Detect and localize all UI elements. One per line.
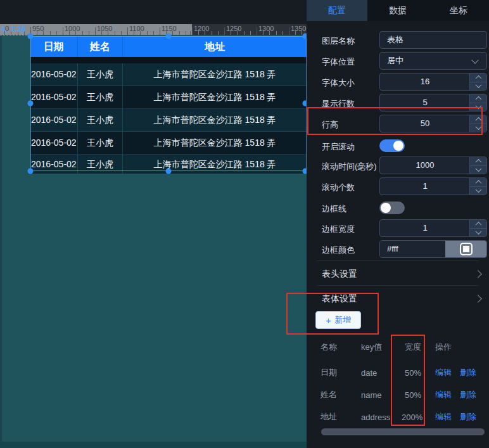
chevron-down-icon [475,124,481,130]
chevron-down-icon [475,103,481,109]
header-cell-name: 姓名 [78,36,124,57]
cell-address: 上海市普陀区金沙江路 1518 弄 [123,155,307,174]
col-header-key: key值 [361,342,402,353]
field-label-scroll-count: 滚动个数 [322,182,355,193]
panel-scrollbar-thumb[interactable] [321,428,485,435]
cell-name: 王小虎 [78,86,124,108]
table-row: 2016-05-02 王小虎 上海市普陀区金沙江路 1518 弄 [30,132,307,155]
resize-handle-s[interactable] [166,169,172,174]
field-label-scroll-time: 滚动时间(毫秒) [322,161,377,172]
enable-scroll-toggle[interactable] [379,139,405,152]
decrement-button[interactable] [470,229,486,237]
field-label-layer-name: 图层名称 [322,35,355,47]
increment-button[interactable] [470,74,486,82]
cell-address: 上海市普陀区金沙江路 1518 弄 [123,132,307,154]
col-width: 50% [402,390,421,400]
decrement-button[interactable] [470,166,486,174]
editor-toolbar [0,0,307,24]
increment-button[interactable] [470,178,486,187]
columns-table-header: 名称 key值 宽度 操作 [307,341,489,354]
plus-icon: + [326,316,331,325]
tab-config[interactable]: 配置 [307,0,367,21]
edit-link[interactable]: 编辑 [435,411,452,423]
layer-name-input[interactable]: 表格 [379,31,487,49]
row-count-value: 5 [380,94,470,111]
font-align-value: 居中 [387,53,403,69]
cell-date: 2016-05-02 [30,155,78,174]
field-label-enable-scroll: 开启滚动 [322,141,355,153]
increment-button[interactable] [470,94,486,103]
delete-link[interactable]: 删除 [460,389,476,400]
border-width-stepper[interactable]: 1 [379,219,487,237]
resize-handle-nw[interactable] [28,34,34,39]
columns-table-row: 姓名 name 50% 编辑 删除 [307,388,489,401]
chevron-down-icon [475,186,481,193]
field-label-border-color: 边框颜色 [322,245,355,256]
section-header-settings[interactable]: 表头设置 [322,269,357,280]
border-color-control[interactable]: #fff [379,240,487,258]
resize-handle-sw[interactable] [28,169,34,174]
ruler-label: 1250 [226,25,241,32]
scroll-count-value: 1 [380,178,470,195]
increment-button[interactable] [470,220,486,229]
canvas-left-shadow [0,35,2,448]
scroll-count-stepper[interactable]: 1 [379,177,487,195]
edit-link[interactable]: 编辑 [435,367,452,378]
row-count-stepper[interactable]: 5 [379,94,487,112]
scrolling-partial-row [30,57,307,63]
col-name: 姓名 [321,389,361,400]
col-name: 地址 [321,411,361,423]
ruler-label: 1300 [258,25,274,32]
decrement-button[interactable] [470,187,486,195]
col-key: name [361,390,402,400]
decrement-button[interactable] [470,103,486,112]
table-row: 2016-05-02 王小虎 上海市普陀区金沙江路 1518 弄 [30,86,307,109]
font-size-stepper[interactable]: 16 [379,73,487,91]
color-picker-button[interactable] [445,241,486,257]
row-height-stepper[interactable]: 50 [379,115,487,132]
col-header-name: 名称 [321,342,361,353]
ruler-label: 1000 [65,25,80,32]
canvas-bottom-scroll-area[interactable] [0,442,307,448]
add-column-button[interactable]: + 新增 [315,311,361,329]
toggle-knob [381,203,391,213]
section-divider [317,260,479,261]
decrement-button[interactable] [470,124,486,132]
cell-name: 王小虎 [78,109,124,131]
tab-data[interactable]: 数据 [367,0,428,21]
delete-link[interactable]: 删除 [460,367,476,378]
field-label-border-line: 边框线 [322,203,346,215]
increment-button[interactable] [470,157,486,166]
ruler-label: 950 [32,25,44,32]
resize-handle-n[interactable] [166,34,172,39]
panel-tabbar: 配置 数据 坐标 [307,0,489,21]
table-component-header: 日期 姓名 地址 [30,36,307,57]
chevron-right-icon[interactable] [474,270,482,278]
tab-coordinate[interactable]: 坐标 [428,0,489,21]
col-header-actions: 操作 [435,342,476,353]
chevron-right-icon[interactable] [474,295,482,303]
cell-date: 2016-05-02 [30,86,78,108]
chevron-up-icon [475,117,481,124]
table-component[interactable]: 日期 姓名 地址 2016-05-02 王小虎 上海市普陀区金沙江路 1518 … [30,36,307,171]
col-name: 日期 [321,367,361,378]
col-key: address [361,413,402,422]
edit-link[interactable]: 编辑 [435,389,452,400]
cell-name: 王小虎 [78,132,124,154]
section-body-settings[interactable]: 表体设置 [322,293,357,305]
resize-handle-w[interactable] [28,101,34,106]
ruler-label: 1100 [129,25,144,32]
col-width: 50% [402,368,421,378]
font-align-select[interactable]: 居中 [379,52,487,70]
chevron-up-icon [475,96,481,103]
ruler-label: 1200 [194,25,209,32]
chevron-down-icon [475,165,481,172]
decrement-button[interactable] [470,82,486,91]
cell-name: 王小虎 [78,155,124,174]
field-label-border-width: 边框宽度 [322,224,355,235]
border-line-toggle[interactable] [379,202,405,214]
delete-link[interactable]: 删除 [460,411,476,423]
border-color-input[interactable]: #fff [380,241,445,257]
increment-button[interactable] [470,115,486,124]
scroll-time-stepper[interactable]: 1000 [379,157,487,174]
